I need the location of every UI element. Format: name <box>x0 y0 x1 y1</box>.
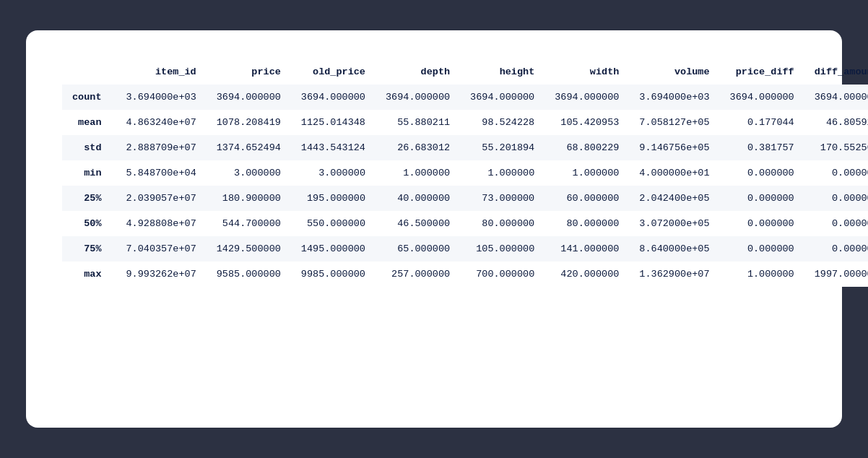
cell-price: 1374.652494 <box>207 135 291 160</box>
cell-old_price: 1125.014348 <box>291 110 376 135</box>
cell-price_diff: 0.381757 <box>720 135 804 160</box>
cell-depth: 26.683012 <box>376 135 460 160</box>
table-row: 25%2.039057e+07180.900000195.00000040.00… <box>62 186 868 211</box>
cell-volume: 7.058127e+05 <box>629 110 719 135</box>
table-row: std2.888709e+071374.6524941443.54312426.… <box>62 135 868 160</box>
cell-item_id: 4.928808e+07 <box>116 211 207 236</box>
cell-volume: 9.146756e+05 <box>629 135 719 160</box>
table-row: 75%7.040357e+071429.5000001495.00000065.… <box>62 236 868 262</box>
cell-width: 420.000000 <box>544 262 629 287</box>
cell-label: 25% <box>62 186 116 211</box>
cell-width: 68.800229 <box>544 135 629 160</box>
cell-height: 55.201894 <box>460 135 544 160</box>
cell-price: 544.700000 <box>207 211 291 236</box>
cell-old_price: 3694.000000 <box>291 85 376 110</box>
cell-price_diff: 0.000000 <box>720 211 804 236</box>
cell-width: 3694.000000 <box>544 85 629 110</box>
cell-diff_amount: 1997.000000 <box>804 262 868 287</box>
stats-card: item_id price old_price depth height wid… <box>26 30 842 428</box>
cell-price: 180.900000 <box>207 186 291 211</box>
cell-depth: 257.000000 <box>376 262 460 287</box>
col-header-volume: volume <box>629 59 719 85</box>
cell-label: 50% <box>62 211 116 236</box>
cell-price_diff: 0.177044 <box>720 110 804 135</box>
cell-item_id: 5.848700e+04 <box>116 160 207 186</box>
cell-diff_amount: 46.805929 <box>804 110 868 135</box>
col-header-diff-amount: diff_amount <box>804 59 868 85</box>
cell-price_diff: 1.000000 <box>720 262 804 287</box>
cell-old_price: 195.000000 <box>291 186 376 211</box>
table-row: 50%4.928808e+07544.700000550.00000046.50… <box>62 211 868 236</box>
col-header-price-diff: price_diff <box>720 59 804 85</box>
cell-old_price: 1495.000000 <box>291 236 376 262</box>
cell-volume: 4.000000e+01 <box>629 160 719 186</box>
cell-width: 60.000000 <box>544 186 629 211</box>
cell-depth: 1.000000 <box>376 160 460 186</box>
cell-item_id: 2.888709e+07 <box>116 135 207 160</box>
table-row: min5.848700e+043.0000003.0000001.0000001… <box>62 160 868 186</box>
cell-label: 75% <box>62 236 116 262</box>
table-header-row: item_id price old_price depth height wid… <box>62 59 868 85</box>
cell-height: 1.000000 <box>460 160 544 186</box>
cell-diff_amount: 170.552565 <box>804 135 868 160</box>
cell-width: 141.000000 <box>544 236 629 262</box>
cell-label: std <box>62 135 116 160</box>
cell-item_id: 3.694000e+03 <box>116 85 207 110</box>
cell-item_id: 9.993262e+07 <box>116 262 207 287</box>
cell-label: mean <box>62 110 116 135</box>
cell-width: 105.420953 <box>544 110 629 135</box>
table-row: mean4.863240e+071078.2084191125.01434855… <box>62 110 868 135</box>
col-header-item-id: item_id <box>116 59 207 85</box>
cell-price: 9585.000000 <box>207 262 291 287</box>
cell-volume: 3.072000e+05 <box>629 211 719 236</box>
cell-diff_amount: 0.000000 <box>804 211 868 236</box>
cell-volume: 1.362900e+07 <box>629 262 719 287</box>
cell-height: 105.000000 <box>460 236 544 262</box>
cell-width: 1.000000 <box>544 160 629 186</box>
cell-old_price: 1443.543124 <box>291 135 376 160</box>
cell-height: 700.000000 <box>460 262 544 287</box>
col-header-old-price: old_price <box>291 59 376 85</box>
cell-depth: 55.880211 <box>376 110 460 135</box>
cell-label: min <box>62 160 116 186</box>
cell-old_price: 3.000000 <box>291 160 376 186</box>
table-row: count3.694000e+033694.0000003694.0000003… <box>62 85 868 110</box>
col-header-empty <box>62 59 116 85</box>
cell-height: 73.000000 <box>460 186 544 211</box>
col-header-width: width <box>544 59 629 85</box>
cell-price: 3694.000000 <box>207 85 291 110</box>
cell-price_diff: 0.000000 <box>720 186 804 211</box>
cell-diff_amount: 0.000000 <box>804 186 868 211</box>
col-header-price: price <box>207 59 291 85</box>
cell-item_id: 2.039057e+07 <box>116 186 207 211</box>
cell-price_diff: 0.000000 <box>720 160 804 186</box>
cell-item_id: 7.040357e+07 <box>116 236 207 262</box>
cell-price: 1429.500000 <box>207 236 291 262</box>
cell-depth: 40.000000 <box>376 186 460 211</box>
cell-height: 80.000000 <box>460 211 544 236</box>
cell-price_diff: 0.000000 <box>720 236 804 262</box>
cell-volume: 8.640000e+05 <box>629 236 719 262</box>
cell-height: 98.524228 <box>460 110 544 135</box>
cell-depth: 46.500000 <box>376 211 460 236</box>
table-row: max9.993262e+079585.0000009985.000000257… <box>62 262 868 287</box>
cell-diff_amount: 0.000000 <box>804 236 868 262</box>
cell-volume: 2.042400e+05 <box>629 186 719 211</box>
cell-price: 3.000000 <box>207 160 291 186</box>
cell-label: max <box>62 262 116 287</box>
cell-width: 80.000000 <box>544 211 629 236</box>
cell-depth: 3694.000000 <box>376 85 460 110</box>
cell-volume: 3.694000e+03 <box>629 85 719 110</box>
cell-diff_amount: 0.000000 <box>804 160 868 186</box>
cell-price_diff: 3694.000000 <box>720 85 804 110</box>
cell-price: 1078.208419 <box>207 110 291 135</box>
cell-height: 3694.000000 <box>460 85 544 110</box>
col-header-depth: depth <box>376 59 460 85</box>
cell-old_price: 9985.000000 <box>291 262 376 287</box>
col-header-height: height <box>460 59 544 85</box>
cell-old_price: 550.000000 <box>291 211 376 236</box>
cell-item_id: 4.863240e+07 <box>116 110 207 135</box>
cell-diff_amount: 3694.000000 <box>804 85 868 110</box>
cell-label: count <box>62 85 116 110</box>
stats-table: item_id price old_price depth height wid… <box>62 59 868 287</box>
